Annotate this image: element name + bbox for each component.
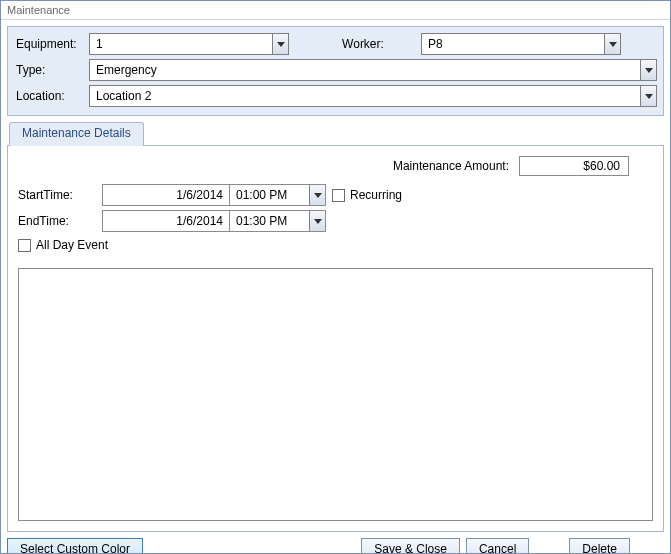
equipment-dropdown[interactable]: 1 [89,33,289,55]
amount-label: Maintenance Amount: [393,159,509,173]
endtime-label: EndTime: [18,214,102,228]
worker-label: Worker: [329,37,397,51]
chevron-down-icon[interactable] [604,34,620,54]
chevron-down-icon[interactable] [272,34,288,54]
svg-marker-4 [314,193,322,198]
recurring-label: Recurring [350,188,402,202]
start-date-input[interactable]: 1/6/2014 [102,184,230,206]
location-label: Location: [14,89,89,103]
type-value: Emergency [96,63,157,77]
type-dropdown[interactable]: Emergency [89,59,657,81]
type-label: Type: [14,63,89,77]
start-time-dropdown[interactable]: 01:00 PM [230,184,326,206]
allday-checkbox-row[interactable]: All Day Event [18,238,653,252]
end-time-value: 01:30 PM [236,214,287,228]
start-time-value: 01:00 PM [236,188,287,202]
location-value: Location 2 [96,89,151,103]
worker-dropdown[interactable]: P8 [421,33,621,55]
allday-label: All Day Event [36,238,108,252]
worker-value: P8 [428,37,443,51]
tab-maintenance-details[interactable]: Maintenance Details [9,122,144,146]
save-close-button[interactable]: Save & Close [361,538,460,554]
footer-toolbar: Select Custom Color Save & Close Cancel … [7,538,664,554]
recurring-checkbox[interactable] [332,189,345,202]
end-date-input[interactable]: 1/6/2014 [102,210,230,232]
recurring-checkbox-row[interactable]: Recurring [332,188,402,202]
equipment-label: Equipment: [14,37,89,51]
cancel-button[interactable]: Cancel [466,538,529,554]
svg-marker-3 [645,94,653,99]
details-panel: Maintenance Amount: $60.00 StartTime: 1/… [7,146,664,532]
chevron-down-icon[interactable] [640,60,656,80]
amount-input[interactable]: $60.00 [519,156,629,176]
end-time-dropdown[interactable]: 01:30 PM [230,210,326,232]
delete-button[interactable]: Delete [569,538,630,554]
select-custom-color-button[interactable]: Select Custom Color [7,538,143,554]
allday-checkbox[interactable] [18,239,31,252]
starttime-label: StartTime: [18,188,102,202]
notes-textarea[interactable] [18,268,653,521]
svg-marker-0 [277,42,285,47]
window-title: Maintenance [1,1,670,20]
header-panel: Equipment: 1 Worker: P8 Type: Emergency … [7,26,664,116]
chevron-down-icon[interactable] [309,211,325,231]
equipment-value: 1 [96,37,103,51]
svg-marker-5 [314,219,322,224]
svg-marker-1 [609,42,617,47]
chevron-down-icon[interactable] [640,86,656,106]
location-dropdown[interactable]: Location 2 [89,85,657,107]
svg-marker-2 [645,68,653,73]
tab-strip: Maintenance Details [7,122,664,146]
chevron-down-icon[interactable] [309,185,325,205]
